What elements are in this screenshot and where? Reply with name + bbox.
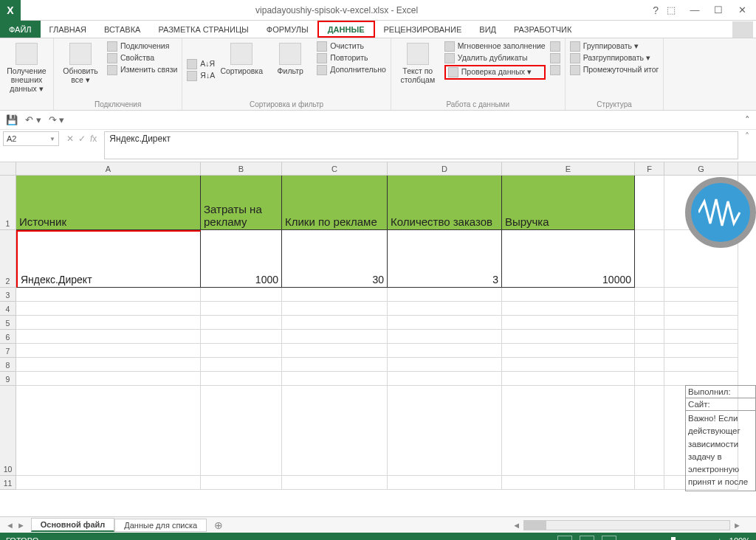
redo-icon[interactable]: ↷ ▾: [49, 114, 65, 125]
view-layout-icon[interactable]: [580, 536, 594, 540]
reapply-button[interactable]: Повторить: [317, 53, 386, 63]
properties-button[interactable]: Свойства: [107, 53, 177, 63]
view-break-icon[interactable]: [602, 536, 616, 540]
expand-formula-icon[interactable]: ˄: [741, 131, 753, 142]
row-header-5[interactable]: 5: [0, 316, 16, 330]
cell-a1[interactable]: Источник: [16, 176, 201, 230]
whatif-button[interactable]: [550, 53, 560, 63]
cell-d2[interactable]: 3: [388, 230, 502, 288]
help-icon[interactable]: ?: [653, 4, 659, 16]
external-data-button[interactable]: Получение внешних данных ▾: [4, 41, 49, 108]
tab-file[interactable]: ФАЙЛ: [0, 21, 41, 38]
cell-b2[interactable]: 1000: [201, 230, 282, 288]
row-header-11[interactable]: 11: [0, 476, 16, 490]
name-box[interactable]: A2▼: [3, 131, 59, 146]
save-icon[interactable]: 💾: [6, 114, 18, 125]
relationships-button[interactable]: [550, 65, 560, 75]
enter-formula-icon[interactable]: ✓: [78, 134, 86, 144]
tab-insert[interactable]: ВСТАВКА: [95, 21, 149, 38]
clear-filter-button[interactable]: Очистить: [317, 41, 386, 52]
sort-button[interactable]: Сортировка: [219, 41, 264, 99]
view-normal-icon[interactable]: [557, 536, 572, 540]
sort-za-button[interactable]: Я↓А: [187, 71, 215, 81]
row-header-10[interactable]: 10: [0, 386, 16, 476]
remove-duplicates-button[interactable]: Удалить дубликаты: [444, 53, 546, 63]
cell-e1[interactable]: Выручка: [502, 176, 635, 230]
row-header-3[interactable]: 3: [0, 288, 16, 302]
col-header-g[interactable]: G: [664, 162, 738, 175]
external-data-icon: [16, 43, 38, 65]
row-header-9[interactable]: 9: [0, 372, 16, 386]
collapse-ribbon-icon[interactable]: ˄: [745, 114, 750, 125]
edit-links-button[interactable]: Изменить связи: [107, 65, 177, 75]
ribbon: Получение внешних данных ▾ Обновить все …: [0, 38, 756, 111]
filter-button[interactable]: Фильтр: [268, 41, 312, 99]
flash-fill-button[interactable]: Мгновенное заполнение: [444, 41, 546, 52]
minimize-icon[interactable]: —: [685, 3, 704, 18]
add-sheet-button[interactable]: ⊕: [207, 519, 230, 531]
connections-button[interactable]: Подключения: [107, 41, 177, 52]
data-validation-button[interactable]: Проверка данных ▾: [444, 65, 546, 80]
cell-b1[interactable]: Затраты на рекламу: [201, 176, 282, 230]
row-header-4[interactable]: 4: [0, 302, 16, 316]
select-all-corner[interactable]: [0, 162, 16, 175]
row-header-8[interactable]: 8: [0, 358, 16, 372]
refresh-all-button[interactable]: Обновить все ▾: [58, 41, 103, 99]
col-header-f[interactable]: F: [635, 162, 664, 175]
zoom-in-icon[interactable]: +: [717, 536, 721, 540]
fx-icon[interactable]: fx: [90, 134, 97, 144]
tab-formulas[interactable]: ФОРМУЛЫ: [258, 21, 317, 38]
refresh-icon: [69, 43, 92, 65]
row-header-2[interactable]: 2: [0, 230, 16, 288]
horizontal-scrollbar[interactable]: ◄ ►: [230, 520, 756, 530]
group-sort-filter-label: Сортировка и фильтр: [187, 99, 385, 108]
zoom-out-icon[interactable]: −: [624, 536, 628, 540]
group-button[interactable]: Группировать ▾: [570, 41, 659, 52]
sheet-next-icon[interactable]: ►: [17, 521, 25, 530]
cell-c1[interactable]: Клики по рекламе: [282, 176, 388, 230]
sheet-tab-list[interactable]: Данные для списка: [114, 519, 207, 532]
status-ready: ГОТОВО: [6, 536, 38, 540]
cancel-formula-icon[interactable]: ✕: [66, 134, 74, 144]
text-to-columns-button[interactable]: Текст по столбцам: [396, 41, 440, 99]
col-header-b[interactable]: B: [201, 162, 282, 175]
sort-az-button[interactable]: А↓Я: [187, 59, 215, 69]
cell-e2[interactable]: 10000: [502, 230, 635, 288]
row-header-6[interactable]: 6: [0, 330, 16, 344]
row-header-1[interactable]: 1: [0, 176, 16, 230]
ribbon-options-icon[interactable]: ⬚: [662, 3, 681, 18]
group-connections-label: Подключения: [58, 99, 177, 108]
spreadsheet-grid[interactable]: A B C D E F G 1 Источник Затраты на рекл…: [0, 162, 756, 516]
maximize-icon[interactable]: ☐: [709, 3, 728, 18]
cell-d1[interactable]: Количество заказов: [388, 176, 502, 230]
col-header-d[interactable]: D: [388, 162, 502, 175]
cell-a2[interactable]: Яндекс.Директ: [16, 230, 201, 288]
ungroup-button[interactable]: Разгруппировать ▾: [570, 53, 659, 63]
zoom-level[interactable]: 100%: [729, 536, 750, 540]
col-header-e[interactable]: E: [502, 162, 635, 175]
sheet-tab-main[interactable]: Основной файл: [31, 518, 114, 532]
tab-view[interactable]: ВИД: [470, 21, 505, 38]
tab-developer[interactable]: РАЗРАБОТЧИК: [505, 21, 580, 38]
side-author-label: Выполнил:: [685, 385, 756, 398]
user-avatar[interactable]: [732, 21, 753, 38]
advanced-filter-button[interactable]: Дополнительно: [317, 65, 386, 75]
tab-data[interactable]: ДАННЫЕ: [317, 21, 375, 38]
formula-input[interactable]: Яндекс.Директ: [104, 131, 738, 159]
cell-f2[interactable]: [635, 230, 664, 288]
row-header-7[interactable]: 7: [0, 344, 16, 358]
tab-layout[interactable]: РАЗМЕТКА СТРАНИЦЫ: [149, 21, 257, 38]
group-data-tools-label: Работа с данными: [396, 99, 560, 108]
col-header-c[interactable]: C: [282, 162, 388, 175]
cell-c2[interactable]: 30: [282, 230, 388, 288]
subtotal-button[interactable]: Промежуточный итог: [570, 65, 659, 75]
col-header-a[interactable]: A: [16, 162, 201, 175]
tab-review[interactable]: РЕЦЕНЗИРОВАНИЕ: [375, 21, 471, 38]
cell-f1[interactable]: [635, 176, 664, 230]
undo-icon[interactable]: ↶ ▾: [25, 114, 41, 125]
text-to-columns-icon: [407, 43, 429, 65]
consolidate-button[interactable]: [550, 41, 560, 52]
sheet-prev-icon[interactable]: ◄: [6, 521, 14, 530]
tab-home[interactable]: ГЛАВНАЯ: [41, 21, 95, 38]
close-icon[interactable]: ✕: [732, 3, 752, 18]
